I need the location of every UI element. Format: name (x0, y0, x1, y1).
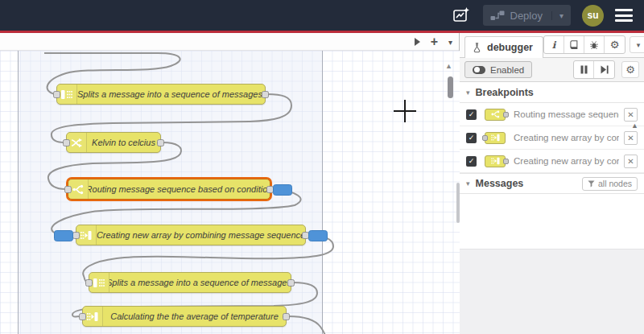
input-port[interactable] (64, 186, 72, 193)
sidebar-footer-area (460, 249, 644, 334)
mini-port-icon (503, 112, 509, 118)
export-chart-icon[interactable] (451, 6, 472, 25)
mini-node-icon (485, 132, 506, 144)
enabled-label: Enabled (490, 65, 524, 75)
output-port[interactable] (283, 313, 290, 320)
header-bar: Deploy ▾ su (0, 0, 644, 31)
deploy-button[interactable]: Deploy ▾ (483, 5, 572, 26)
breakpoint-checkbox[interactable]: ✓ (466, 133, 477, 143)
add-flow-icon[interactable]: + (431, 35, 438, 48)
input-port[interactable] (72, 232, 80, 239)
next-flow-icon[interactable] (414, 35, 420, 49)
gear-icon[interactable]: ⚙ (605, 36, 625, 53)
flow-node-change[interactable]: Kelvin to celcius (66, 132, 161, 153)
mini-port-icon (503, 159, 509, 164)
node-label: Splits a message into a sequence of mess… (109, 273, 291, 292)
deploy-nodes-icon (490, 10, 505, 21)
flow-node-switch[interactable]: Routing message sequence based on condit… (68, 179, 270, 200)
user-avatar[interactable]: su (582, 5, 604, 27)
node-label: Routing message sequence based on condit… (89, 179, 270, 199)
breakpoint-list: ✓Routing message sequence based on condi… (460, 103, 644, 173)
breakpoint-checkbox[interactable]: ✓ (466, 156, 477, 167)
canvas-scrollbar-thumb[interactable] (448, 76, 453, 98)
breakpoint-label: Routing message sequence based on condit… (514, 109, 619, 119)
breakpoint-checkbox[interactable]: ✓ (466, 109, 477, 120)
node-label: Splits a message into a sequence of mess… (77, 85, 265, 104)
node-label: Creating new array by combining message … (97, 225, 305, 245)
breakpoints-title: Breakpoints (476, 87, 534, 98)
output-port[interactable] (287, 279, 295, 287)
message-filter-button[interactable]: all nodes (582, 177, 638, 191)
breakpoint-row: ✓Creating new array by combining message… (460, 126, 644, 150)
sidebar-tab-bar: debugger i ⚙ ▾ (460, 33, 644, 58)
messages-section-header[interactable]: ▾ Messages all nodes (460, 173, 644, 194)
tab-debugger[interactable]: debugger (464, 36, 543, 58)
debugger-gear-icon[interactable]: ⚙ (621, 61, 639, 78)
flow-node-split[interactable]: Splits a message into a sequence of mess… (89, 272, 291, 293)
breakpoint-label: Creating new array by combining message … (514, 133, 619, 142)
flask-debugger-icon (472, 42, 482, 53)
toggle-icon (473, 66, 485, 74)
deploy-caret-icon[interactable]: ▾ (551, 11, 564, 20)
breakpoint-marker[interactable] (273, 184, 292, 196)
breakpoint-list-scroll-up-icon[interactable]: ▲ (631, 122, 638, 130)
output-port[interactable] (157, 139, 164, 146)
pause-icon[interactable] (574, 61, 594, 78)
input-port[interactable] (53, 91, 60, 98)
breakpoint-label: Creating new array by combining message … (514, 156, 619, 166)
messages-empty-area (460, 194, 644, 212)
breakpoints-section-header[interactable]: ▾ Breakpoints (460, 82, 644, 103)
breakpoint-row: ✓Creating new array by combining message… (460, 150, 644, 173)
input-port[interactable] (85, 279, 93, 287)
node-red-app: Deploy ▾ su + ▾ Splits a message into a (0, 0, 644, 334)
canvas-scroll-up-icon[interactable]: ▲ (445, 62, 452, 70)
wire[interactable] (288, 316, 327, 334)
node-label: Calculating the the average of temperatu… (103, 307, 286, 326)
node-label: Kelvin to celcius (87, 133, 160, 152)
breakpoint-marker[interactable] (54, 230, 73, 241)
mini-node-icon (485, 155, 506, 167)
chevron-down-icon: ▾ (466, 89, 470, 97)
breakpoint-marker[interactable] (308, 230, 328, 241)
bug-icon[interactable] (584, 36, 605, 53)
tab-debugger-label: debugger (487, 42, 533, 53)
flow-node-split[interactable]: Splits a message into a sequence of mess… (56, 84, 266, 105)
step-icon[interactable] (594, 61, 614, 78)
input-port[interactable] (63, 139, 70, 146)
remove-breakpoint-button[interactable]: ✕ (624, 155, 638, 168)
remove-breakpoint-button[interactable]: ✕ (624, 108, 638, 122)
flow-node-join[interactable]: Creating new array by combining message … (76, 225, 306, 245)
chevron-down-icon: ▾ (466, 179, 470, 188)
messages-title: Messages (476, 178, 524, 189)
input-port[interactable] (79, 313, 86, 320)
message-filter-label: all nodes (598, 179, 632, 188)
debugger-toolbar: Enabled ⚙ (460, 58, 644, 82)
workspace: + ▾ Splits a message into a sequence of … (0, 33, 460, 334)
mini-node-icon (485, 109, 506, 121)
funnel-icon (588, 180, 595, 188)
mini-port-icon (482, 135, 488, 141)
flow-canvas[interactable]: Splits a message into a sequence of mess… (0, 51, 460, 334)
flow-list-caret-icon[interactable]: ▾ (448, 38, 452, 47)
debugger-enabled-toggle[interactable]: Enabled (464, 61, 532, 78)
deploy-label: Deploy (510, 10, 543, 22)
splitter-scroll-thumb[interactable] (456, 183, 460, 223)
flow-node-join[interactable]: Calculating the the average of temperatu… (82, 306, 287, 327)
breakpoint-row: ✓Routing message sequence based on condi… (460, 103, 644, 126)
sidebar: debugger i ⚙ ▾ (460, 33, 644, 334)
flow-tab-strip: + ▾ (0, 33, 459, 51)
output-port[interactable] (262, 91, 269, 98)
sidebar-collapse-caret-icon[interactable]: ▾ (630, 36, 644, 53)
info-icon[interactable]: i (544, 36, 564, 53)
book-icon[interactable] (564, 36, 584, 53)
remove-breakpoint-button[interactable]: ✕ (624, 131, 638, 145)
hamburger-menu-icon[interactable] (615, 9, 633, 22)
